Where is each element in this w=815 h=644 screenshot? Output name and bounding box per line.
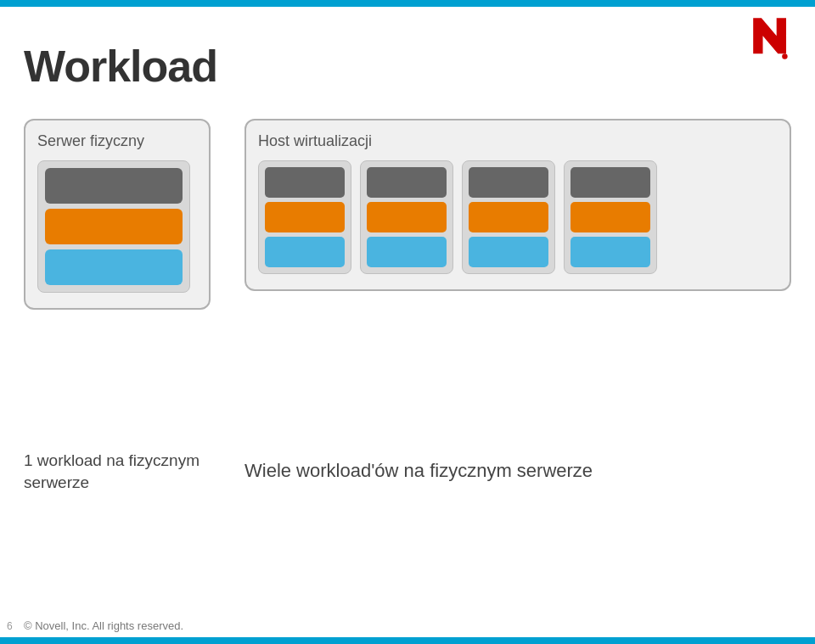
physical-server-label: Serwer fizyczny bbox=[37, 132, 197, 150]
block-gray-1 bbox=[45, 168, 183, 204]
virt-block-blue-4 bbox=[570, 237, 650, 267]
virt-block-gray-2 bbox=[367, 167, 447, 198]
virt-block-gray-1 bbox=[265, 167, 345, 198]
content-area: Serwer fizyczny Host wirtualizacji bbox=[0, 119, 815, 310]
copyright-text: © Novell, Inc. All rights reserved. bbox=[24, 619, 183, 632]
top-bar bbox=[0, 0, 815, 7]
virt-block-orange-1 bbox=[265, 202, 345, 232]
virt-workload-card-1 bbox=[258, 160, 351, 274]
svg-point-0 bbox=[782, 53, 787, 59]
virt-host-label: Host wirtualizacji bbox=[258, 132, 778, 150]
workload-card-single bbox=[37, 160, 190, 293]
virt-block-orange-3 bbox=[469, 202, 548, 232]
caption-left: 1 workload na fizycznym serwerze bbox=[24, 450, 211, 493]
virt-workload-card-3 bbox=[462, 160, 555, 274]
bottom-bar bbox=[0, 637, 815, 644]
virt-block-orange-4 bbox=[570, 202, 650, 232]
page-title: Workload bbox=[24, 41, 217, 92]
virt-block-orange-2 bbox=[367, 202, 447, 232]
block-blue-1 bbox=[45, 249, 183, 285]
novell-logo bbox=[747, 15, 790, 62]
block-orange-1 bbox=[45, 209, 183, 244]
captions-area: 1 workload na fizycznym serwerze Wiele w… bbox=[0, 450, 815, 493]
caption-right: Wiele workload'ów na fizycznym serwerze bbox=[244, 450, 791, 493]
virt-block-gray-4 bbox=[570, 167, 650, 198]
virt-block-blue-1 bbox=[265, 237, 345, 267]
virt-block-blue-3 bbox=[469, 237, 548, 267]
virt-host-box: Host wirtualizacji bbox=[244, 119, 791, 291]
virt-workload-card-4 bbox=[564, 160, 657, 274]
virt-block-gray-3 bbox=[469, 167, 548, 198]
footer: © Novell, Inc. All rights reserved. bbox=[24, 619, 183, 632]
virt-host-cards bbox=[258, 160, 778, 274]
virt-block-blue-2 bbox=[367, 237, 447, 267]
physical-server-box: Serwer fizyczny bbox=[24, 119, 211, 310]
page-number: 6 bbox=[7, 620, 13, 632]
virt-workload-card-2 bbox=[360, 160, 453, 274]
